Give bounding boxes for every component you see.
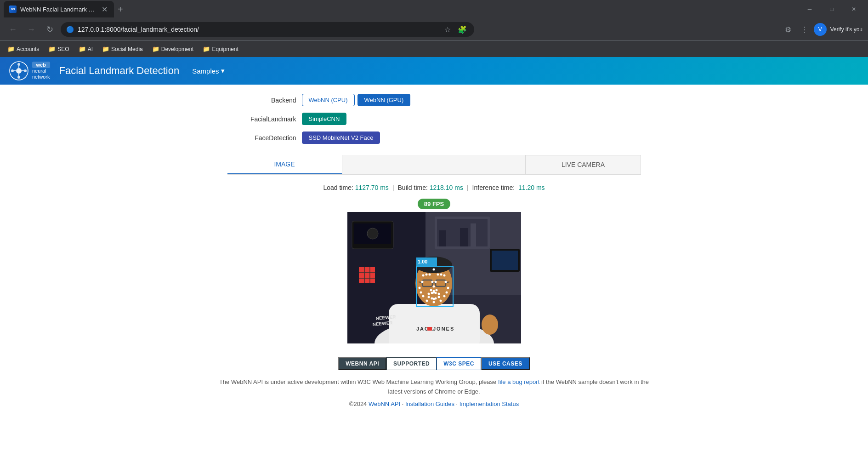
svg-point-67: [434, 292, 437, 294]
svg-rect-23: [439, 230, 446, 246]
backend-button-group: WebNN (CPU) WebNN (GPU): [302, 94, 411, 106]
bookmarks-bar: 📁 Accounts 📁 SEO 📁 AI 📁 Social Media 📁 D…: [0, 40, 868, 57]
svg-rect-24: [448, 226, 458, 246]
bookmark-development[interactable]: 📁 Development: [148, 44, 198, 54]
footer-sep-2: ·: [456, 400, 458, 407]
app-title: Facial Landmark Detection: [59, 65, 180, 77]
new-tab-button[interactable]: +: [114, 4, 127, 15]
extension-icon[interactable]: 🧩: [456, 23, 469, 36]
logo-text: web neuralnetwork: [32, 62, 50, 80]
bookmark-label: Accounts: [17, 46, 39, 52]
inference-time-value: 11.20 ms: [518, 184, 545, 191]
face-detection-control-row: FaceDetection SSD MobileNet V2 Face: [237, 132, 632, 144]
svg-text:JONES: JONES: [433, 326, 454, 332]
svg-point-5: [24, 69, 27, 72]
profile-button[interactable]: V: [814, 23, 827, 36]
secure-icon: 🔵: [66, 26, 74, 33]
back-button[interactable]: ←: [6, 22, 20, 37]
svg-point-82: [439, 300, 442, 302]
separator-1: |: [392, 184, 394, 191]
svg-point-49: [432, 269, 435, 271]
svg-point-4: [11, 69, 14, 72]
logo-icon: [9, 61, 28, 80]
ssd-mobilenet-button[interactable]: SSD MobileNet V2 Face: [302, 132, 380, 144]
implementation-status-link[interactable]: Implementation Status: [460, 400, 519, 407]
svg-point-81: [425, 300, 428, 302]
samples-dropdown-button[interactable]: Samples ▾: [188, 65, 228, 77]
svg-point-60: [432, 286, 435, 288]
bookmark-seo[interactable]: 📁 SEO: [45, 44, 73, 54]
bookmark-ai[interactable]: 📁 AI: [75, 44, 96, 54]
footer-text-before-link: The WebNN API is under active developmen…: [219, 378, 496, 385]
backend-gpu-button[interactable]: WebNN (GPU): [357, 94, 411, 106]
folder-icon: 📁: [79, 46, 86, 52]
profile-label[interactable]: Verify it's you: [830, 26, 862, 33]
svg-point-79: [422, 295, 424, 297]
svg-point-76: [447, 287, 449, 289]
facial-landmark-button-group: SimpleCNN: [302, 113, 347, 125]
use-cases-badge[interactable]: USE CASES: [481, 357, 530, 370]
webnn-api-link[interactable]: WebNN API: [369, 400, 400, 407]
svg-text:1.00: 1.00: [418, 259, 427, 264]
folder-icon: 📁: [102, 46, 109, 52]
tabs-wrapper: IMAGE LIVE CAMERA: [227, 150, 641, 179]
bookmark-star-icon[interactable]: ☆: [441, 23, 454, 36]
extensions-button[interactable]: ⚙: [781, 22, 795, 37]
close-window-button[interactable]: ✕: [843, 2, 864, 17]
folder-icon: 📁: [203, 46, 210, 52]
svg-point-51: [425, 274, 427, 276]
more-menu-button[interactable]: ⋮: [797, 22, 812, 37]
maximize-button[interactable]: □: [821, 2, 842, 17]
w3c-spec-badge[interactable]: W3C SPEC: [437, 357, 481, 370]
backend-control-row: Backend WebNN (CPU) WebNN (GPU): [237, 94, 632, 106]
simplecnn-button[interactable]: SimpleCNN: [302, 113, 347, 125]
svg-rect-15: [359, 267, 375, 283]
svg-point-74: [432, 301, 435, 303]
face-detection-label: FaceDetection: [237, 134, 296, 142]
stats-row: Load time: 1127.70 ms | Build time: 1218…: [323, 184, 545, 191]
installation-guides-link[interactable]: Installation Guides: [405, 400, 454, 407]
svg-point-75: [418, 287, 420, 289]
svg-point-54: [440, 274, 442, 276]
url-text: 127.0.0.1:8000/facial_landmark_detection…: [78, 26, 437, 33]
bookmark-label: Development: [161, 46, 194, 52]
app-header: web neuralnetwork Facial Landmark Detect…: [0, 57, 868, 85]
active-tab[interactable]: WebNN Facial Landmark D... ✕: [4, 1, 114, 17]
bookmark-equipment[interactable]: 📁 Equipment: [199, 44, 242, 54]
bookmark-accounts[interactable]: 📁 Accounts: [4, 44, 43, 54]
supported-badge[interactable]: SUPPORTED: [386, 357, 437, 370]
tab-favicon: [9, 6, 17, 13]
svg-point-3: [17, 76, 20, 79]
svg-rect-38: [486, 315, 491, 325]
svg-point-52: [428, 274, 431, 276]
backend-cpu-button[interactable]: WebNN (CPU): [302, 94, 355, 106]
tab-close-button[interactable]: ✕: [100, 5, 108, 13]
logo-web-label: web: [32, 62, 50, 68]
svg-rect-33: [427, 327, 432, 331]
bookmark-label: Equipment: [212, 46, 238, 52]
refresh-button[interactable]: ↻: [42, 22, 57, 37]
minimize-button[interactable]: ─: [799, 2, 820, 17]
footer-description: The WebNN API is under active developmen…: [204, 377, 664, 397]
bug-report-link[interactable]: file a bug report: [498, 378, 539, 385]
load-time-label: Load time:: [323, 184, 353, 191]
svg-point-57: [431, 281, 433, 283]
tab-image[interactable]: IMAGE: [227, 155, 342, 174]
facial-landmark-control-row: FacialLandmark SimpleCNN: [237, 113, 632, 125]
bookmark-social-media[interactable]: 📁 Social Media: [98, 44, 147, 54]
facial-landmark-label: FacialLandmark: [237, 115, 296, 123]
address-bar[interactable]: 🔵 127.0.0.1:8000/facial_landmark_detecti…: [61, 22, 474, 37]
build-time-value: 1218.10 ms: [430, 184, 463, 191]
backend-label: Backend: [237, 97, 296, 104]
svg-point-53: [437, 274, 439, 276]
tab-live-camera[interactable]: LIVE CAMERA: [526, 155, 641, 174]
forward-button[interactable]: →: [24, 22, 39, 37]
footer-badges: WEBNN API SUPPORTED W3C SPEC USE CASES: [338, 357, 529, 370]
svg-point-59: [444, 281, 447, 283]
svg-point-14: [367, 228, 378, 239]
samples-chevron-icon: ▾: [221, 67, 225, 75]
load-time-value: 1127.70 ms: [355, 184, 389, 191]
webnn-api-badge[interactable]: WEBNN API: [338, 357, 386, 370]
svg-point-68: [437, 293, 440, 295]
svg-rect-25: [460, 228, 468, 246]
